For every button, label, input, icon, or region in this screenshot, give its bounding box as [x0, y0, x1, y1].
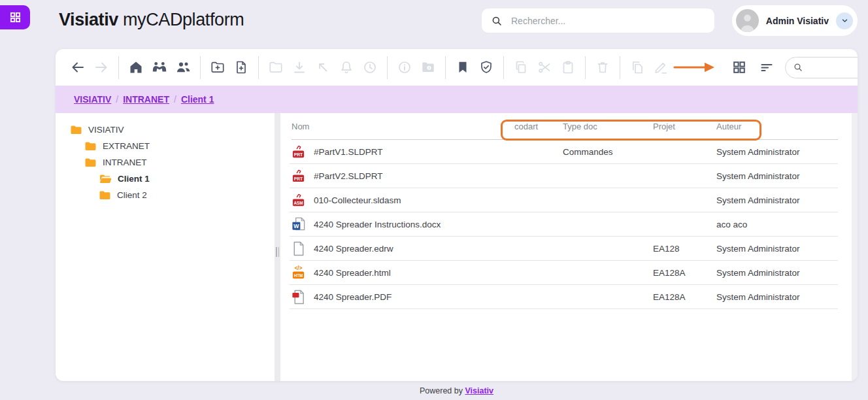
file-name: 4240 Spreader.html [314, 268, 391, 278]
folder-closed-icon [99, 190, 111, 200]
user-menu-chevron[interactable] [836, 12, 853, 29]
file-name: #PartV1.SLDPRT [314, 147, 383, 157]
cut-scissors-icon[interactable] [537, 59, 552, 75]
app-launcher-button[interactable] [0, 5, 30, 29]
search-icon [491, 15, 503, 27]
cell-auteur: System Administrator [716, 147, 838, 157]
tree-item-client1[interactable]: Client 1 [56, 171, 275, 187]
solidworks-part-icon: PRT [290, 143, 307, 160]
table-row[interactable]: PRT #PartV1.SLDPRT Commandes System Admi… [290, 140, 838, 164]
breadcrumb-separator: / [174, 94, 176, 105]
column-header-codart[interactable]: codart [514, 122, 563, 131]
list-view-button[interactable] [759, 59, 775, 75]
breadcrumb: VISIATIV / INTRANET / Client 1 [56, 86, 858, 113]
users-icon[interactable] [175, 59, 191, 75]
breadcrumb-item-intranet[interactable]: INTRANET [123, 94, 169, 105]
generic-document-icon [290, 240, 307, 257]
breadcrumb-item-visiativ[interactable]: VISIATIV [74, 94, 111, 105]
breadcrumb-item-client1[interactable]: Client 1 [181, 94, 214, 105]
column-header-auteur[interactable]: Auteur [716, 122, 838, 131]
global-search-input[interactable] [511, 16, 705, 26]
file-name: #PartV2.SLDPRT [314, 171, 383, 181]
info-icon[interactable] [397, 59, 412, 75]
svg-text:PRT: PRT [293, 176, 303, 180]
cell-projet: EA128A [653, 292, 716, 302]
download-icon[interactable] [292, 59, 307, 75]
folder-closed-icon [70, 125, 82, 135]
file-name: 010-Collecteur.sldasm [314, 195, 401, 205]
panel-resizer[interactable] [275, 113, 280, 381]
annotation-arrow [673, 61, 716, 73]
filter-search[interactable] [785, 57, 858, 78]
new-file-icon[interactable] [233, 59, 249, 75]
paste-clipboard-icon[interactable] [560, 59, 576, 75]
main-card: VISIATIV / INTRANET / Client 1 VISIATIV … [56, 49, 858, 381]
toolbar-separator [445, 56, 446, 79]
grid-view-button[interactable] [731, 59, 747, 75]
folder-closed-icon [84, 141, 97, 151]
tree-item-intranet[interactable]: INTRANET [56, 154, 275, 171]
copy-icon[interactable] [513, 59, 529, 75]
move-arrow-icon[interactable] [315, 59, 331, 75]
back-button[interactable] [70, 59, 86, 75]
home-icon[interactable] [128, 59, 144, 75]
filter-search-input[interactable] [809, 63, 858, 73]
page-title: Visiativ myCADplatform [59, 10, 244, 30]
toolbar-separator [200, 56, 201, 79]
cell-auteur: System Administrator [716, 292, 838, 302]
tree-item-client2[interactable]: Client 2 [56, 187, 275, 203]
folder-info-icon[interactable] [420, 59, 436, 75]
file-list: Nom codart Type doc Projet Auteur PRT #P… [280, 113, 858, 381]
breadcrumb-separator: / [116, 94, 118, 105]
cell-auteur: System Administrator [716, 171, 838, 181]
file-name: 4240 Spreader.PDF [314, 292, 392, 302]
duplicate-pages-icon[interactable] [629, 59, 645, 75]
folder-closed-icon [84, 158, 97, 167]
column-header-nom[interactable]: Nom [292, 122, 514, 131]
toolbar-separator [118, 56, 119, 79]
user-menu[interactable]: Admin Visiativ [732, 5, 858, 36]
svg-text:ASM: ASM [293, 200, 303, 205]
cell-auteur: System Administrator [716, 268, 838, 278]
table-row[interactable]: </> HTM 4240 Spreader.html EA128A System… [290, 261, 838, 285]
history-clock-icon[interactable] [362, 59, 378, 75]
brand-name: Visiativ [59, 10, 118, 29]
chevron-down-icon [841, 16, 849, 25]
table-row[interactable]: 4240 Spreader.PDF EA128A System Administ… [290, 285, 838, 309]
table-row[interactable]: ASM 010-Collecteur.sldasm System Adminis… [290, 188, 838, 212]
user-name: Admin Visiativ [766, 16, 829, 26]
column-header-projet[interactable]: Projet [653, 122, 716, 131]
person-icon [736, 9, 759, 32]
open-folder-icon[interactable] [268, 59, 284, 75]
content-area: VISIATIV EXTRANET INTRANET Client 1 Clie… [56, 113, 858, 381]
tree-label: EXTRANET [103, 141, 150, 151]
product-name: myCADplatform [123, 10, 244, 29]
new-folder-icon[interactable] [210, 59, 225, 75]
notifications-bell-icon[interactable] [339, 59, 354, 75]
global-search[interactable] [482, 8, 714, 33]
table-row[interactable]: PRT #PartV2.SLDPRT System Administrator [290, 164, 838, 188]
cell-projet: EA128 [653, 244, 716, 254]
toolbar-separator [503, 56, 504, 79]
cell-typedoc: Commandes [563, 147, 653, 157]
toolbar-separator [585, 56, 586, 79]
cell-projet: EA128A [653, 268, 716, 278]
footer-text: Powered by [420, 386, 463, 395]
tree-label: INTRANET [103, 158, 147, 167]
tree-item-visiativ[interactable]: VISIATIV [56, 122, 275, 138]
table-row[interactable]: 4240 Spreader.edrw EA128 System Administ… [290, 237, 838, 261]
vertical-scrollbar[interactable] [852, 113, 858, 381]
forward-button[interactable] [93, 59, 109, 75]
clients-handshake-icon[interactable] [152, 59, 167, 75]
footer-visiativ-link[interactable]: Visiativ [465, 386, 493, 395]
shield-check-icon[interactable] [478, 59, 494, 75]
tree-item-extranet[interactable]: EXTRANET [56, 138, 275, 154]
delete-trash-icon[interactable] [595, 59, 610, 75]
edit-pencil-icon[interactable] [653, 59, 669, 75]
cell-auteur: System Administrator [716, 195, 838, 205]
file-name: 4240 Spreader Instructions.docx [314, 220, 441, 229]
column-header-typedoc[interactable]: Type doc [563, 122, 653, 131]
bookmark-icon[interactable] [455, 59, 471, 75]
table-row[interactable]: W 4240 Spreader Instructions.docx aco ac… [290, 212, 838, 237]
pdf-document-icon [290, 288, 307, 305]
